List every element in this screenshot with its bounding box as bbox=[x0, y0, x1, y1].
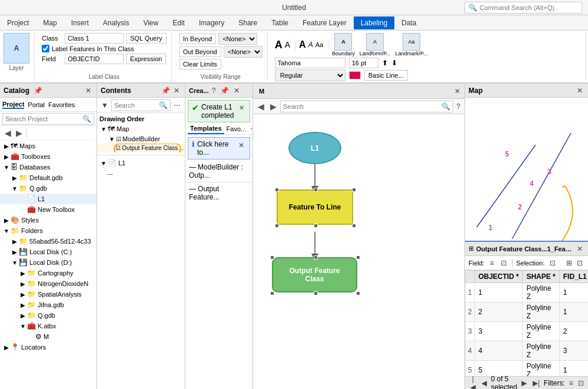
menu-insert[interactable]: Insert bbox=[64, 16, 96, 29]
menu-data[interactable]: Data bbox=[394, 16, 423, 29]
resize-ofc-br[interactable] bbox=[356, 291, 360, 295]
tree-item-new-toolbox[interactable]: 🧰 New Toolbox bbox=[0, 204, 97, 215]
class-input[interactable] bbox=[65, 33, 124, 44]
table-close-btn[interactable]: ✕ bbox=[575, 244, 584, 254]
catalog-tab-portal[interactable]: Portal bbox=[28, 101, 45, 108]
tree-item-locators[interactable]: ▶ 📍 Locators bbox=[0, 342, 97, 353]
resize-ofc-tr[interactable] bbox=[356, 255, 360, 260]
geo-help-btn[interactable]: ? bbox=[210, 85, 218, 96]
resize-ofc-tl[interactable] bbox=[270, 255, 274, 260]
resize-ofc-bl[interactable] bbox=[270, 291, 274, 295]
catalog-search-input[interactable] bbox=[5, 115, 82, 122]
tree-item-local-c[interactable]: ▶ 💾 Local Disk (C:) bbox=[0, 247, 97, 257]
tree-item-l1[interactable]: 📄 L1 bbox=[0, 194, 97, 204]
resize-bm[interactable] bbox=[314, 224, 318, 228]
tree-item-jifna[interactable]: ▶ 📁 Jifna.gdb bbox=[0, 300, 97, 310]
menu-analysis[interactable]: Analysis bbox=[96, 16, 137, 29]
resize-tm[interactable] bbox=[314, 188, 318, 192]
tree-item-m[interactable]: ⚙ M bbox=[0, 331, 97, 342]
geo-output-feature[interactable]: — Output Feature... bbox=[185, 182, 253, 204]
table-nav-next[interactable]: ▶ bbox=[520, 378, 529, 388]
tree-item-q-gdb[interactable]: ▼ 📁 Q.gdb bbox=[0, 183, 97, 194]
resize-tr[interactable] bbox=[352, 188, 356, 192]
catalog-close-btn[interactable]: ✕ bbox=[84, 85, 93, 96]
out-beyond-button[interactable]: Out Beyond bbox=[179, 46, 221, 57]
command-search-input[interactable] bbox=[480, 4, 574, 11]
tree-item-toolboxes[interactable]: ▶ 🧰 Toolboxes bbox=[0, 151, 97, 162]
model-forward-btn[interactable]: ▶ bbox=[268, 101, 279, 112]
menu-share[interactable]: Share bbox=[231, 16, 264, 29]
menu-project[interactable]: Project bbox=[0, 16, 36, 29]
tree-item-cartography[interactable]: ▶ 📁 Cartography bbox=[0, 268, 97, 278]
geo-tab-templates[interactable]: Templates bbox=[188, 124, 224, 134]
menu-feature-layer[interactable]: Feature Layer bbox=[295, 16, 354, 29]
catalog-pin-btn[interactable]: 📌 bbox=[32, 85, 44, 96]
table-action-2[interactable]: ⊡ bbox=[575, 258, 584, 268]
model-back-btn[interactable]: ◀ bbox=[255, 101, 267, 112]
catalog-back-btn[interactable]: ◀ bbox=[2, 127, 14, 139]
table-row[interactable]: 3 3 Polyline Z 2 110.483617 bbox=[466, 322, 589, 341]
contents-item-l1[interactable]: ▼ 📄 L1 bbox=[97, 158, 185, 168]
catalog-tab-project[interactable]: Project bbox=[2, 101, 24, 109]
command-search-bar[interactable]: 🔍 bbox=[464, 2, 582, 14]
col-shape[interactable]: SHAPE * bbox=[523, 271, 559, 283]
table-row[interactable]: 2 2 Polyline Z 1 57.250035 bbox=[466, 302, 589, 322]
tree-item-katbx[interactable]: ▼ 🧰 K.atbx bbox=[0, 321, 97, 331]
resize-tl[interactable] bbox=[275, 188, 279, 192]
map-close-btn[interactable]: ✕ bbox=[575, 85, 584, 96]
table-nav-last[interactable]: ▶| bbox=[531, 378, 542, 388]
tree-item-local-d[interactable]: ▼ 💾 Local Disk (D:) bbox=[0, 257, 97, 268]
contents-item-output-feature[interactable]: ☑ Output Feature ClassL... bbox=[97, 144, 185, 152]
field-input[interactable] bbox=[65, 54, 124, 64]
model-help-btn[interactable]: ? bbox=[454, 101, 462, 112]
menu-map[interactable]: Map bbox=[36, 16, 64, 29]
contents-more-btn[interactable]: ⋯ bbox=[172, 100, 182, 111]
table-row[interactable]: 5 5 Polyline Z 1 40.039846 bbox=[466, 361, 589, 377]
font-name-input[interactable] bbox=[275, 58, 346, 68]
info-close-btn[interactable]: ✕ bbox=[237, 140, 246, 151]
font-color-picker[interactable] bbox=[349, 71, 361, 79]
table-footer-btn1[interactable]: ≡ bbox=[567, 378, 575, 388]
tree-item-55abad[interactable]: ▶ 📁 55abad56-5d12-4c33 bbox=[0, 236, 97, 247]
contents-filter-btn[interactable]: ▼ bbox=[99, 100, 110, 111]
sql-query-button[interactable]: SQL Query bbox=[126, 33, 167, 44]
field-edit-btn[interactable]: ⊡ bbox=[499, 258, 509, 268]
tree-item-databases[interactable]: ▼ 🗄 Databases bbox=[0, 162, 97, 172]
model-output-feature-class[interactable]: Output FeatureClass bbox=[272, 257, 357, 292]
table-nav-first[interactable]: |◀ bbox=[469, 374, 477, 390]
menu-imagery[interactable]: Imagery bbox=[192, 16, 231, 29]
tree-item-spatial[interactable]: ▶ 📁 SpatialAnalysis bbox=[0, 289, 97, 300]
catalog-tab-favorites[interactable]: Favorites bbox=[48, 101, 75, 108]
resize-bl[interactable] bbox=[275, 224, 279, 228]
label-button[interactable]: A bbox=[4, 33, 29, 64]
font-small-btn[interactable]: Aa bbox=[315, 41, 323, 48]
col-fid[interactable]: FID_L1 bbox=[559, 271, 588, 283]
notification-close-btn[interactable]: ✕ bbox=[237, 103, 246, 113]
table-row[interactable]: 1 1 Polyline Z 1 46.020788 bbox=[466, 283, 589, 302]
font-size-input[interactable] bbox=[349, 58, 378, 68]
model-l1-shape[interactable]: L1 bbox=[288, 132, 341, 164]
geo-tab-favorites[interactable]: Favo... bbox=[224, 124, 249, 134]
contents-search-input[interactable] bbox=[114, 102, 159, 109]
contents-item-modelbuilder[interactable]: ▼ ☑ ModelBuilder bbox=[97, 134, 185, 144]
tree-item-styles[interactable]: ▶ 🎨 Styles bbox=[0, 215, 97, 225]
boundary-button[interactable]: A Boundary bbox=[332, 33, 355, 56]
table-nav-prev[interactable]: ◀ bbox=[480, 378, 489, 388]
decrease-font-btn[interactable]: A bbox=[285, 40, 290, 49]
contents-item-map[interactable]: ▼ 🗺 Map bbox=[97, 124, 185, 134]
contents-pin-btn[interactable]: 📌 bbox=[160, 85, 172, 96]
tree-item-folders[interactable]: ▼ 📁 Folders bbox=[0, 225, 97, 236]
font-italic-btn[interactable]: A bbox=[308, 41, 313, 49]
label-features-checkbox[interactable] bbox=[42, 45, 49, 52]
model-search-input[interactable] bbox=[283, 103, 441, 110]
menu-labeling[interactable]: Labeling bbox=[354, 16, 394, 29]
expression-button[interactable]: Expression bbox=[126, 54, 166, 64]
tree-item-default-gdb[interactable]: ▶ 📁 Default.gdb bbox=[0, 172, 97, 183]
menu-edit[interactable]: Edit bbox=[165, 16, 192, 29]
model-close-btn[interactable]: ✕ bbox=[453, 86, 462, 97]
resize-br[interactable] bbox=[352, 224, 356, 228]
field-list-btn[interactable]: ≡ bbox=[488, 258, 496, 268]
tree-item-nitrogen[interactable]: ▶ 📁 NitrogenDioxideN bbox=[0, 278, 97, 289]
out-beyond-select[interactable]: <None> bbox=[224, 46, 263, 58]
contents-close-btn[interactable]: ✕ bbox=[172, 85, 181, 96]
